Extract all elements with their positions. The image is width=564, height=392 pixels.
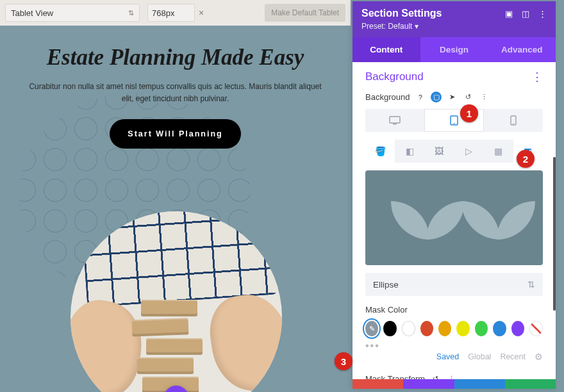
preset-row[interactable]: Preset: Default ▾ [361, 22, 547, 31]
swatch-more-icon[interactable]: ••• [365, 340, 543, 352]
palette-global[interactable]: Global [468, 352, 491, 361]
palette-saved[interactable]: Saved [436, 352, 459, 361]
swatch-purple[interactable] [511, 321, 524, 336]
view-selector[interactable]: Tablet View ⇅ [5, 4, 140, 22]
kebab-icon[interactable]: ⋮ [538, 9, 547, 19]
bg-type-image[interactable]: 🖼 [424, 140, 454, 163]
background-field-label-row: Background ? ▢ ➤ ↺ ⋮ [365, 92, 543, 102]
hero-subtext: Curabitur non nulla sit amet nisl tempus… [26, 81, 325, 105]
viewport-width-value: 768px [152, 8, 174, 18]
eyedropper-icon: ✎ [369, 325, 375, 333]
panel-header: Section Settings ▣ ◫ ⋮ Preset: Default ▾ [352, 1, 556, 37]
snap-icon[interactable]: ◫ [522, 9, 529, 19]
mask-preview [365, 170, 543, 265]
responsive-topbar: Tablet View ⇅ 768px × Make Default Table… [0, 0, 351, 26]
swatch-none[interactable] [529, 321, 543, 336]
swatch-black[interactable] [383, 321, 396, 336]
chevron-updown-icon: ⇅ [527, 279, 535, 290]
expand-icon[interactable]: ▣ [505, 9, 513, 19]
caret-down-icon: ▾ [415, 22, 419, 31]
background-section-label: Background [365, 70, 424, 83]
annotation-marker-3: 3 [335, 352, 352, 370]
svg-point-3 [454, 123, 455, 124]
swatch-red[interactable] [420, 321, 433, 336]
mask-shape-value: Ellipse [373, 280, 399, 290]
cta-label: Start Will Planning [128, 129, 222, 138]
pattern-icon: ▦ [494, 146, 502, 156]
device-desktop[interactable] [365, 109, 424, 132]
settings-tabs: Content Design Advanced [352, 37, 556, 62]
swatch-eyedropper[interactable]: ✎ [365, 321, 378, 336]
left-hand [70, 295, 149, 392]
gradient-icon: ◧ [406, 146, 414, 156]
gear-icon[interactable]: ⚙ [535, 352, 543, 362]
panel-body: Background ⋮ Background ? ▢ ➤ ↺ ⋮ 🪣 ◧ [352, 62, 556, 389]
section-settings-panel: Section Settings ▣ ◫ ⋮ Preset: Default ▾… [352, 1, 556, 389]
tab-content[interactable]: Content [352, 37, 420, 62]
page-preview: Estate Planning Made Easy Curabitur non … [0, 26, 351, 392]
swatch-white[interactable] [402, 321, 415, 336]
panel-footer-actions [352, 379, 556, 389]
viewport-width-input[interactable]: 768px [147, 4, 195, 22]
tab-advanced[interactable]: Advanced [488, 37, 556, 62]
footer-redo-button[interactable] [454, 379, 505, 389]
reset-icon[interactable]: ↺ [463, 92, 474, 102]
footer-cancel-button[interactable] [352, 379, 403, 389]
responsive-device-segmented [365, 109, 543, 132]
desktop-icon [389, 116, 401, 125]
swatch-blue[interactable] [493, 321, 506, 336]
bg-type-video[interactable]: ▷ [454, 140, 484, 163]
footer-undo-button[interactable] [403, 379, 454, 389]
wood-block-stack [141, 300, 197, 392]
close-icon[interactable]: × [199, 8, 204, 18]
svg-rect-1 [393, 124, 397, 124]
tablet-icon [450, 115, 458, 126]
viewport-width-field: 768px × [147, 4, 204, 22]
swatch-green[interactable] [475, 321, 488, 336]
palette-recent[interactable]: Recent [500, 352, 526, 361]
annotation-marker-1: 1 [460, 104, 478, 122]
cursor-icon[interactable]: ➤ [447, 92, 458, 102]
make-default-label: Make Default Tablet [271, 8, 339, 17]
kebab-icon[interactable]: ⋮ [479, 92, 490, 102]
mask-shape-select[interactable]: Ellipse ⇅ [365, 273, 543, 296]
bg-type-color[interactable]: 🪣 [365, 140, 395, 163]
panel-scrollbar[interactable] [553, 157, 556, 311]
kebab-icon[interactable]: ⋮ [531, 70, 543, 84]
background-section-title[interactable]: Background ⋮ [365, 70, 543, 84]
annotation-marker-2: 2 [517, 150, 535, 168]
svg-point-5 [513, 123, 514, 124]
make-default-button[interactable]: Make Default Tablet [265, 4, 345, 22]
color-swatch-row: ✎ [365, 321, 543, 336]
bg-type-gradient[interactable]: ◧ [395, 140, 424, 163]
preset-label: Preset: [361, 22, 386, 31]
image-icon: 🖼 [435, 146, 444, 156]
panel-header-actions: ▣ ◫ ⋮ [505, 9, 547, 19]
chevron-updown-icon: ⇅ [128, 9, 134, 17]
mask-color-label: Mask Color [365, 305, 543, 314]
right-hand [205, 290, 282, 392]
tab-design[interactable]: Design [420, 37, 488, 62]
hero-headline: Estate Planning Made Easy [0, 45, 351, 70]
phone-icon [510, 115, 517, 126]
preset-value: Default [388, 22, 412, 31]
swatch-orange[interactable] [438, 321, 451, 336]
video-icon: ▷ [465, 146, 472, 156]
help-icon[interactable]: ? [415, 92, 426, 102]
svg-rect-0 [390, 117, 400, 123]
panel-title: Section Settings [361, 8, 442, 19]
pattern-petal [497, 201, 535, 240]
view-selector-label: Tablet View [11, 8, 53, 18]
tablet-icon[interactable]: ▢ [431, 92, 442, 102]
swatch-yellow[interactable] [456, 321, 469, 336]
device-phone[interactable] [484, 109, 543, 132]
palette-tabs: Saved Global Recent ⚙ [365, 352, 543, 362]
bg-type-pattern[interactable]: ▦ [484, 140, 513, 163]
paint-bucket-icon: 🪣 [375, 146, 386, 156]
cta-button[interactable]: Start Will Planning [110, 119, 240, 149]
pattern-petal [426, 201, 465, 240]
background-field-label: Background [365, 92, 410, 102]
pattern-petal [391, 201, 429, 240]
pattern-petal [461, 201, 500, 240]
footer-save-button[interactable] [505, 379, 556, 389]
